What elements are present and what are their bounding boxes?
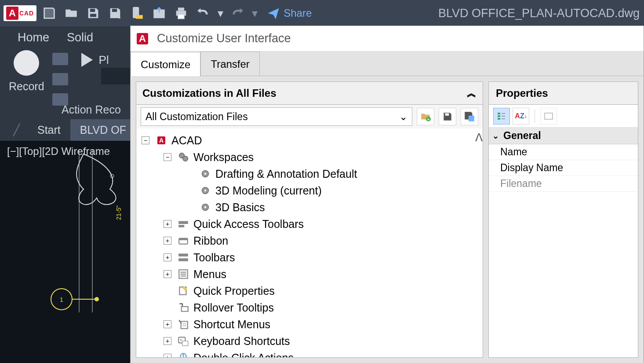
tree-workspaces[interactable]: − Workspaces <box>142 149 479 165</box>
play-button[interactable]: Pl <box>81 53 109 67</box>
gear-icon <box>199 167 212 180</box>
alphabetical-view-button[interactable]: AZ↓ <box>513 108 529 125</box>
tree-item-label: Drafting & Annotation Default <box>215 168 357 180</box>
new-file-icon[interactable] <box>40 4 58 22</box>
tree-toolbars[interactable]: + Toolbars <box>142 249 479 266</box>
save-file-button[interactable] <box>439 108 456 125</box>
document-title: BLVD OFFICE_PLAN-AUTOCAD.dwg <box>438 7 640 20</box>
tree-root-label: ACAD <box>171 134 202 147</box>
expand-box-icon[interactable]: + <box>164 270 171 278</box>
redo-icon[interactable] <box>228 4 247 22</box>
save-all-button[interactable] <box>461 108 478 125</box>
tree-double-click-actions[interactable]: + Double Click Actions <box>142 349 479 357</box>
drawing-geometry: 21-5" 1 <box>44 150 132 312</box>
tooltip-icon <box>177 301 190 314</box>
expand-box-icon[interactable]: + <box>164 354 171 357</box>
svg-point-25 <box>204 190 206 191</box>
svg-rect-54 <box>545 113 553 119</box>
tree-item-label: Keyboard Shortcuts <box>193 335 290 348</box>
file-tab-active[interactable]: BLVD OF <box>70 119 136 141</box>
property-row-name[interactable]: Name <box>489 144 638 160</box>
ribbon-tab-home[interactable]: Home <box>18 31 49 44</box>
svg-point-21 <box>183 156 188 161</box>
svg-rect-40 <box>181 322 188 329</box>
svg-rect-39 <box>182 307 188 312</box>
tree-workspace-item[interactable]: Drafting & Annotation Default <box>142 165 479 182</box>
expand-box-icon[interactable]: + <box>164 253 171 261</box>
property-pages-button[interactable] <box>540 108 557 125</box>
play-icon <box>81 53 93 67</box>
svg-point-23 <box>204 173 206 175</box>
property-row-display-name[interactable]: Display Name <box>489 160 638 176</box>
tree-quick-properties[interactable]: Quick Properties <box>142 282 479 299</box>
tree-workspace-item[interactable]: 3D Modeling (current) <box>142 182 479 199</box>
expand-box-icon[interactable]: + <box>164 220 171 228</box>
acad-icon: A <box>155 134 168 147</box>
dialog-titlebar[interactable]: A Customize User Interface <box>131 26 644 51</box>
svg-point-27 <box>204 206 206 208</box>
scroll-up-icon[interactable]: ᐱ <box>475 128 483 146</box>
expand-box-icon[interactable]: + <box>164 237 171 245</box>
keyboard-icon: K <box>177 334 190 348</box>
svg-point-15 <box>95 297 99 301</box>
svg-rect-18 <box>445 113 449 115</box>
ribbon-icon <box>177 234 190 247</box>
play-label: Pl <box>99 53 109 67</box>
collapse-icon[interactable]: ︽ <box>467 87 477 100</box>
undo-icon[interactable] <box>194 4 212 22</box>
expand-box-icon[interactable]: + <box>164 337 171 345</box>
gear-icon <box>199 184 212 197</box>
tree-menus[interactable]: + Menus <box>142 266 479 282</box>
svg-rect-28 <box>178 221 188 224</box>
customizations-toolbar: All Customization Files ⌄ + <box>136 105 483 128</box>
print-icon[interactable] <box>172 4 190 22</box>
svg-rect-19 <box>469 116 474 121</box>
open-file-button[interactable]: + <box>417 108 434 125</box>
tab-transfer[interactable]: Transfer <box>200 51 259 76</box>
tab-customize[interactable]: Customize <box>131 52 200 76</box>
open-folder-icon[interactable] <box>62 4 80 22</box>
svg-text:21-5": 21-5" <box>115 205 122 220</box>
tree-rollover-tooltips[interactable]: Rollover Tooltips <box>142 299 479 316</box>
collapse-box-icon[interactable]: − <box>142 136 149 144</box>
ribbon-tab-solid[interactable]: Solid <box>67 31 93 44</box>
mini-icon-2[interactable] <box>52 73 68 85</box>
tree-shortcut-menus[interactable]: + Shortcut Menus <box>142 316 479 333</box>
properties-pane: Properties AZ↓ ⌄ General Name Display Na… <box>488 81 638 358</box>
categorized-view-button[interactable] <box>493 108 510 125</box>
mobile-open-icon[interactable] <box>128 4 146 22</box>
svg-rect-48 <box>498 113 500 114</box>
tree-ribbon[interactable]: + Ribbon <box>142 232 479 249</box>
file-tab-start[interactable]: Start <box>28 119 70 141</box>
property-row-filename: Filename <box>489 176 638 192</box>
property-group-label: General <box>503 130 541 142</box>
customizations-tree[interactable]: − A ACAD − Workspaces Drafting & Annotat… <box>136 128 483 357</box>
property-group-general[interactable]: ⌄ General <box>489 128 638 144</box>
import-icon[interactable] <box>150 4 168 22</box>
app-badge[interactable]: A CAD <box>4 5 36 21</box>
properties-toolbar: AZ↓ <box>489 105 638 128</box>
tree-keyboard-shortcuts[interactable]: + K Keyboard Shortcuts <box>142 333 479 349</box>
customization-file-dropdown[interactable]: All Customization Files ⌄ <box>141 107 412 126</box>
share-button[interactable]: Share <box>267 7 312 20</box>
tree-workspace-item[interactable]: 3D Basics <box>142 199 479 216</box>
svg-text:+: + <box>427 117 429 122</box>
gears-icon <box>177 150 190 164</box>
tree-root[interactable]: − A ACAD <box>142 132 479 149</box>
save-as-icon[interactable] <box>106 4 124 22</box>
customizations-header: Customizations in All Files ︽ <box>136 82 483 105</box>
collapse-box-icon[interactable]: − <box>164 153 171 161</box>
dialog-title: Customize User Interface <box>157 32 291 45</box>
tree-qat[interactable]: + Quick Access Toolbars <box>142 216 479 232</box>
undo-dropdown-icon[interactable]: ▾ <box>216 4 225 22</box>
expand-box-icon[interactable]: + <box>164 320 171 328</box>
svg-rect-32 <box>178 253 188 257</box>
customizations-pane: Customizations in All Files ︽ All Custom… <box>136 81 483 358</box>
svg-rect-7 <box>178 15 184 19</box>
redo-dropdown-icon[interactable]: ▾ <box>250 4 259 22</box>
record-button-icon[interactable] <box>14 50 39 76</box>
cui-dialog: A Customize User Interface Customize Tra… <box>130 26 644 363</box>
svg-text:1: 1 <box>60 296 63 303</box>
save-icon[interactable] <box>84 4 102 22</box>
mini-icon-1[interactable] <box>52 53 68 65</box>
